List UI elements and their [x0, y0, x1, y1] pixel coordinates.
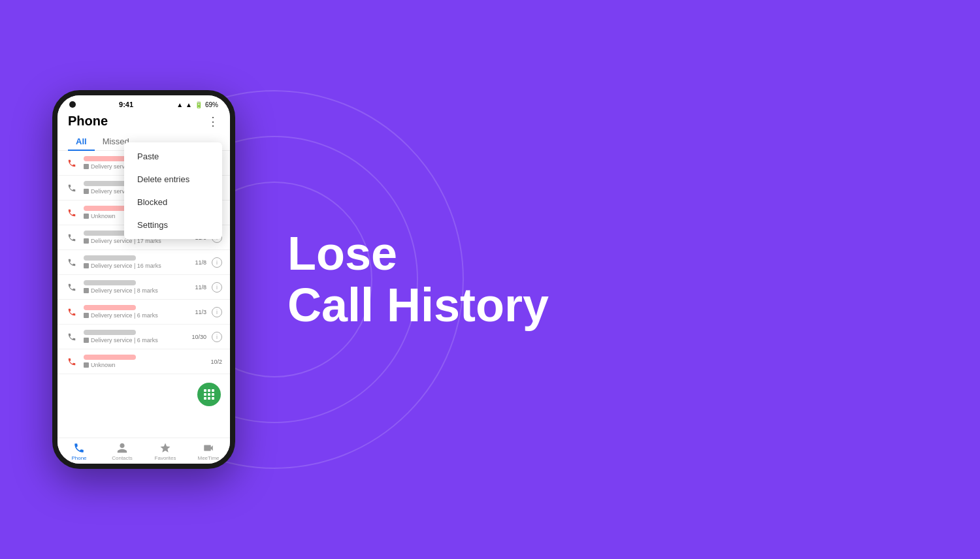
call-name-bar: [84, 330, 136, 335]
nav-meetime-label: MeeTime: [197, 455, 219, 461]
detail-icon: [84, 189, 89, 194]
missed-call-icon: [65, 306, 78, 319]
call-name-bar: [84, 280, 136, 285]
dialpad-icon: [204, 389, 214, 400]
dropdown-menu: Paste Delete entries Blocked Settings: [124, 142, 222, 239]
app-title: Phone: [68, 114, 108, 129]
missed-call-icon: [65, 355, 78, 368]
call-date: 11/8: [195, 259, 206, 266]
call-info-button[interactable]: i: [212, 282, 222, 293]
detail-icon: [84, 362, 89, 368]
detail-icon: [84, 313, 89, 318]
call-detail: Delivery service | 8 marks: [84, 287, 189, 294]
call-info: Delivery service | 16 marks: [84, 255, 189, 269]
call-info-button[interactable]: i: [212, 257, 222, 268]
call-detail: Unknown: [84, 362, 205, 368]
menu-delete-entries[interactable]: Delete entries: [124, 168, 222, 191]
call-detail: Delivery service | 6 marks: [84, 312, 189, 319]
menu-button[interactable]: ⋮: [207, 114, 220, 129]
detail-icon: [84, 338, 89, 343]
wifi-icon: ▲: [186, 101, 192, 108]
status-bar: 9:41 ▲ ▲ 🔋 69%: [57, 95, 230, 111]
call-item[interactable]: Unknown 10/2: [57, 349, 230, 374]
bottom-nav: Phone Contacts Favorites: [57, 438, 230, 464]
call-detail: Delivery service | 16 marks: [84, 263, 189, 269]
call-date: 10/2: [210, 359, 222, 365]
call-detail-text: Unknown: [91, 213, 116, 219]
signal-icon: ▲: [176, 101, 183, 108]
menu-paste[interactable]: Paste: [124, 145, 222, 168]
call-detail-text: Delivery service | 8 marks: [91, 287, 158, 294]
nav-favorites[interactable]: Favorites: [144, 442, 187, 461]
missed-call-icon: [65, 157, 78, 170]
phone-frame: 9:41 ▲ ▲ 🔋 69% Phone ⋮ All: [52, 90, 235, 469]
call-info: Unknown: [84, 355, 205, 368]
nav-contacts-label: Contacts: [112, 455, 133, 461]
nav-favorites-label: Favorites: [155, 455, 176, 461]
call-icon: [65, 330, 78, 343]
page-container: 9:41 ▲ ▲ 🔋 69% Phone ⋮ All: [0, 0, 980, 559]
call-name-bar: [84, 305, 136, 310]
call-item[interactable]: Delivery service | 6 marks 11/3 i: [57, 300, 230, 325]
call-icon: [65, 281, 78, 294]
call-item[interactable]: Delivery service | 8 marks 11/8 i: [57, 275, 230, 300]
call-name-bar: [84, 355, 136, 360]
detail-icon: [84, 164, 89, 169]
battery-icon: 🔋: [195, 101, 203, 108]
call-detail-text: Delivery service | 16 marks: [91, 263, 161, 269]
detail-icon: [84, 214, 89, 219]
call-info-button[interactable]: i: [212, 307, 222, 317]
detail-icon: [84, 288, 89, 293]
status-icons: ▲ ▲ 🔋 69%: [176, 101, 218, 108]
nav-phone[interactable]: Phone: [57, 442, 101, 461]
call-date: 11/3: [195, 309, 206, 315]
call-item[interactable]: Delivery service | 6 marks 10/30 i: [57, 325, 230, 349]
phone-mockup: 9:41 ▲ ▲ 🔋 69% Phone ⋮ All: [52, 90, 235, 469]
battery-percent: 69%: [205, 101, 218, 108]
app-header: Phone ⋮: [57, 111, 230, 133]
menu-blocked[interactable]: Blocked: [124, 191, 222, 214]
call-icon: [65, 231, 78, 244]
call-item[interactable]: Delivery service | 16 marks 11/8 i: [57, 250, 230, 275]
detail-icon: [84, 263, 89, 268]
call-icon: [65, 256, 78, 269]
call-icon: [65, 182, 78, 195]
camera-dot: [69, 101, 76, 108]
call-name-bar: [84, 255, 136, 261]
call-info: Delivery service | 6 marks: [84, 330, 186, 343]
call-info: Delivery service | 6 marks: [84, 305, 189, 319]
tab-all[interactable]: All: [68, 133, 95, 150]
status-time: 9:41: [119, 101, 133, 108]
call-date: 10/30: [191, 334, 206, 340]
call-info: Delivery service | 8 marks: [84, 280, 189, 294]
fab-button[interactable]: [197, 383, 221, 406]
menu-settings[interactable]: Settings: [124, 214, 222, 236]
call-date: 11/8: [195, 284, 206, 291]
call-detail: Delivery service | 6 marks: [84, 337, 186, 343]
call-info-button[interactable]: i: [212, 332, 222, 342]
call-detail-text: Unknown: [91, 362, 116, 368]
nav-phone-label: Phone: [71, 455, 86, 461]
nav-contacts[interactable]: Contacts: [101, 442, 144, 461]
call-detail-text: Delivery service | 6 marks: [91, 312, 158, 319]
missed-call-icon: [65, 206, 78, 219]
nav-meetime[interactable]: MeeTime: [187, 442, 230, 461]
detail-icon: [84, 238, 89, 244]
call-detail-text: Delivery service | 6 marks: [91, 337, 158, 343]
phone-screen: 9:41 ▲ ▲ 🔋 69% Phone ⋮ All: [57, 95, 230, 464]
